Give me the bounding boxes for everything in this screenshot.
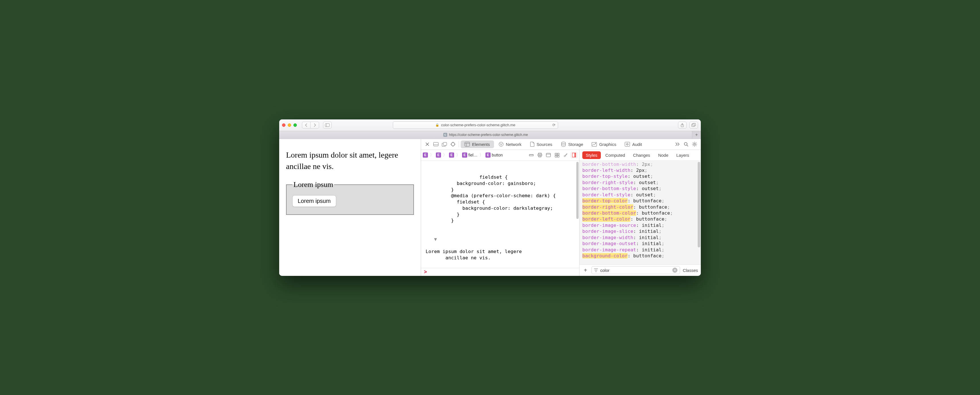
new-rule-button[interactable]: + [582,267,589,273]
style-property-row[interactable]: border-bottom-color: buttonface; [582,210,698,216]
tab-storage[interactable]: Storage [557,140,587,148]
breadcrumb[interactable]: E〉E〉E〉E fiel…〉E button [423,153,503,158]
style-property-row[interactable]: border-image-outset: initial; [582,241,698,247]
new-tab-button[interactable]: + [692,131,701,139]
sidebar-toggle-button[interactable] [323,122,332,129]
dom-line[interactable]: background-color: darkslategray; [423,205,553,211]
style-property-row[interactable]: background-color: buttonface; [582,253,698,259]
dom-line[interactable]: fieldset { [423,199,485,205]
style-property-row[interactable]: border-image-slice: initial; [582,228,698,234]
minimize-window-button[interactable] [288,123,291,127]
filter-box[interactable]: ✕ [592,266,680,274]
style-property-row[interactable]: border-bottom-width: 2px; [582,161,698,167]
page-fieldset: Lorem ipsum Lorem ipsum [286,180,414,215]
style-property-row[interactable]: border-top-color: buttonface; [582,198,698,204]
styles-tab-node[interactable]: Node [655,151,672,159]
dock-popout-button[interactable] [441,140,449,148]
dom-line[interactable] [423,224,445,229]
styles-tab-styles[interactable]: Styles [582,151,601,159]
paint-button[interactable] [562,152,569,158]
lock-icon: 🔒 [435,123,439,127]
style-property-row[interactable]: border-image-width: initial; [582,234,698,241]
svg-rect-0 [325,123,329,127]
page-paragraph: Lorem ipsum dolor sit amet, legere ancil… [286,149,414,172]
devtools-main: E〉E〉E〉E fiel…〉E button field [421,150,701,276]
dom-line[interactable]: Lorem ipsum dolor sit amet, legere [423,242,579,255]
nav-buttons [302,122,319,129]
back-button[interactable] [302,122,310,129]
tab-audit[interactable]: Audit [621,140,646,148]
tab-label: Audit [632,142,642,147]
ruler-icon [529,153,534,157]
dom-line[interactable]: ▼ [423,237,438,242]
sources-icon [530,142,535,147]
filter-icon [594,268,598,272]
clear-filter-button[interactable]: ✕ [672,268,678,273]
tab-sources[interactable]: Sources [526,140,556,148]
style-property-row[interactable]: border-left-width: 2px; [582,167,698,173]
inspect-element-button[interactable] [449,140,457,148]
scrollbar-thumb[interactable] [698,162,700,247]
svg-rect-14 [465,142,470,147]
compositing-button[interactable] [571,152,578,158]
dom-line[interactable]: } [423,187,454,193]
reload-button[interactable]: ⟳ [552,123,555,127]
maximize-window-button[interactable] [293,123,297,127]
styles-tab-layers[interactable]: Layers [673,151,692,159]
dom-line[interactable]: ▼ [423,268,579,268]
close-devtools-button[interactable] [423,140,431,148]
scrollbar-thumb[interactable] [576,162,579,219]
dom-line[interactable] [423,230,440,236]
print-styles-button[interactable] [536,152,543,158]
dom-line[interactable]: @media (prefers-color-scheme: dark) { [423,193,556,198]
styles-tab-changes[interactable]: Changes [630,151,654,159]
forward-button[interactable] [310,122,319,129]
content-row: Lorem ipsum dolor sit amet, legere ancil… [279,139,701,276]
tab-label: Storage [568,142,584,147]
address-bar[interactable]: 🔒 color-scheme-prefers-color-scheme.glit… [393,121,558,129]
tab-elements[interactable]: Elements [461,140,494,148]
dock-side-button[interactable] [432,140,440,148]
crumb-text: fiel… [468,153,477,157]
grid-button[interactable] [554,152,560,158]
close-window-button[interactable] [282,123,285,127]
style-property-row[interactable]: border-bottom-style: outset; [582,186,698,191]
svg-rect-8 [443,142,447,145]
chevron-left-icon [305,123,308,127]
gear-icon [692,142,697,147]
page-button[interactable]: Lorem ipsum [292,195,336,207]
printer-icon [538,153,542,157]
force-state-button[interactable] [545,152,552,158]
show-tabs-button[interactable] [689,122,698,129]
share-button[interactable] [678,122,687,129]
dom-tree[interactable]: fieldset { background-color: gainsboro; … [421,161,579,268]
dom-line[interactable]: fieldset { [451,174,508,180]
tab-network[interactable]: Network [495,140,526,148]
style-property-row[interactable]: border-image-repeat: initial; [582,247,698,253]
style-property-row[interactable]: border-left-style: outset; [582,192,698,198]
browser-tab[interactable]: C https://color-scheme-prefers-color-sch… [279,131,692,139]
style-property-row[interactable]: border-right-style: outset; [582,180,698,186]
console-prompt[interactable]: > [421,268,579,276]
search-button[interactable] [682,140,690,148]
dom-line[interactable]: background-color: gainsboro; [423,181,536,186]
classes-toggle[interactable]: Classes [683,268,698,273]
tab-label: https://color-scheme-prefers-color-schem… [449,133,528,137]
style-property-row[interactable]: border-top-style: outset; [582,173,698,179]
dom-line[interactable]: } [423,212,460,217]
settings-button[interactable] [690,140,698,148]
style-property-row[interactable]: border-left-color: buttonface; [582,216,698,222]
svg-rect-34 [557,155,559,157]
styles-tab-computed[interactable]: Computed [602,151,628,159]
dom-line[interactable]: ancillae ne vis. [423,255,493,261]
filter-input[interactable] [600,268,670,273]
svg-rect-4 [692,123,696,126]
devtools-tabs: Elements Network Sources Storage Graphic… [421,139,701,150]
styles-list[interactable]: border-bottom-width: 2px;border-left-wid… [579,161,701,264]
dom-line[interactable]: } [423,218,454,223]
style-property-row[interactable]: border-right-color: buttonface; [582,204,698,210]
tab-graphics[interactable]: Graphics [588,140,620,148]
style-property-row[interactable]: border-image-source: initial; [582,222,698,228]
ruler-button[interactable] [528,152,535,158]
more-tabs-button[interactable] [673,140,681,148]
